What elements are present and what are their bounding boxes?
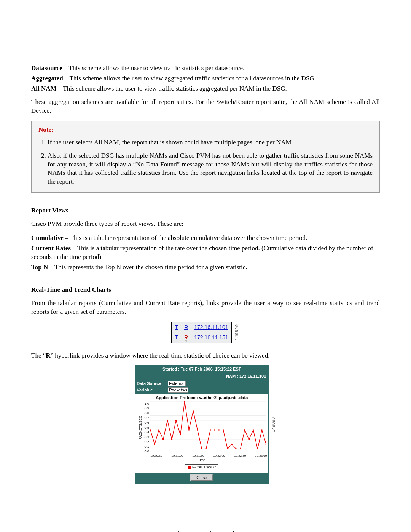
ip-link[interactable]: 172.16.11.101	[194, 324, 228, 330]
legend-swatch	[188, 466, 191, 469]
svg-point-16	[171, 439, 172, 440]
note-list: If the user selects All NAM, the report …	[38, 138, 373, 187]
note-title: Note:	[38, 126, 373, 134]
chart-legend: PACKETS/SEC	[135, 464, 268, 473]
report-views-definitions: Cumulative – This is a tabular represent…	[31, 234, 380, 272]
svg-point-33	[244, 429, 245, 431]
trend-link[interactable]: T	[175, 334, 178, 340]
def-line: Current Rates – This is a tabular repres…	[31, 244, 380, 262]
panel-footer: Close	[135, 473, 268, 483]
footer-confidential: Cisco Internal Use Only	[31, 529, 380, 532]
variable-label: Variable	[137, 387, 168, 393]
svg-point-22	[197, 429, 198, 431]
svg-point-35	[252, 429, 254, 431]
svg-point-21	[193, 410, 194, 412]
svg-point-26	[214, 429, 215, 431]
paragraph: From the tabular reports (Cumulative and…	[31, 299, 380, 316]
chart-yticks: 1.0 0.9 0.8 0.7 0.6 0.5 0.4 0.3 0.2 0.1 …	[143, 401, 150, 454]
datasource-select[interactable]: External	[168, 381, 185, 386]
svg-point-36	[257, 448, 258, 449]
chart-area: Application Protocol: w-ether2.ip.udp.nb…	[135, 394, 268, 473]
svg-point-12	[154, 443, 155, 445]
svg-point-18	[180, 434, 181, 435]
document-page: Datasource – This scheme allows the user…	[0, 0, 411, 532]
svg-point-34	[248, 439, 250, 440]
svg-point-15	[167, 420, 168, 421]
links-figure: T R 172.16.11.101 T R☟ 172.16.11.151 149…	[31, 322, 380, 343]
svg-point-17	[175, 420, 177, 421]
def-line: Datasource – This scheme allows the user…	[31, 64, 380, 73]
def-line: Cumulative – This is a tabular represent…	[31, 234, 380, 243]
svg-point-11	[150, 429, 151, 431]
realtime-link[interactable]: R	[184, 324, 188, 330]
section-heading: Real-Time and Trend Charts	[31, 286, 380, 294]
svg-point-32	[240, 448, 241, 449]
svg-point-25	[210, 429, 211, 431]
note-item: If the user selects All NAM, the report …	[48, 138, 373, 147]
chart-title: Application Protocol: w-ether2.ip.udp.nb…	[135, 394, 268, 401]
table-row: T R 172.16.11.101	[172, 322, 231, 332]
close-button[interactable]: Close	[190, 474, 213, 481]
paragraph: The “R” hyperlink provides a window wher…	[31, 351, 380, 360]
paragraph: Cisco PVM provide three types of report …	[31, 220, 380, 228]
panel-start-time: Started : Tue 07 Feb 2006, 15:15:22 EST	[135, 366, 268, 373]
svg-point-14	[162, 439, 164, 440]
svg-point-23	[201, 448, 202, 449]
ip-link[interactable]: 172.16.11.151	[194, 334, 228, 340]
datasource-label: Data Source	[137, 381, 168, 387]
realtime-chart-figure: Started : Tue 07 Feb 2006, 15:15:22 EST …	[31, 365, 380, 483]
table-row: T R☟ 172.16.11.151	[172, 332, 231, 343]
svg-point-24	[205, 448, 207, 449]
figure-id-label: 149098	[271, 417, 276, 432]
svg-point-19	[184, 401, 185, 402]
svg-point-13	[158, 429, 159, 431]
trend-link[interactable]: T	[175, 324, 178, 330]
panel-nam-label: NAM : 172.16.11.101	[135, 373, 268, 380]
figure-id-label: 149899	[234, 324, 240, 340]
def-line: Aggregated – This scheme allows the user…	[31, 74, 380, 83]
page-footer: Cisco Internal Use Only Copyright © 2006…	[31, 529, 380, 532]
def-line: All NAM – This scheme allows the user to…	[31, 85, 380, 93]
chart-canvas	[150, 401, 266, 449]
cursor-icon: ☟	[184, 337, 188, 344]
def-line: Top N – This represents the Top N over t…	[31, 263, 380, 272]
schemes-definitions: Datasource – This scheme allows the user…	[31, 64, 380, 93]
svg-point-30	[231, 443, 233, 445]
chart-ylabel: PACKETS/SEC	[137, 401, 143, 454]
panel-controls: Data Source External Variable Packets/s	[135, 380, 268, 394]
note-item: Also, if the selected DSG has multiple N…	[48, 152, 373, 187]
note-box: Note: If the user selects All NAM, the r…	[31, 121, 380, 193]
svg-point-28	[223, 429, 224, 431]
svg-point-27	[218, 429, 220, 431]
section-heading: Report Views	[31, 206, 380, 215]
svg-point-20	[188, 429, 190, 431]
variable-select[interactable]: Packets/s	[168, 387, 188, 393]
tr-links-table: T R 172.16.11.101 T R☟ 172.16.11.151	[171, 322, 231, 343]
svg-point-37	[261, 429, 263, 431]
paragraph: These aggregation schemes are available …	[31, 98, 380, 115]
svg-point-38	[265, 443, 266, 445]
realtime-panel: Started : Tue 07 Feb 2006, 15:15:22 EST …	[135, 365, 269, 483]
chart-xlabel: Time	[135, 458, 268, 462]
